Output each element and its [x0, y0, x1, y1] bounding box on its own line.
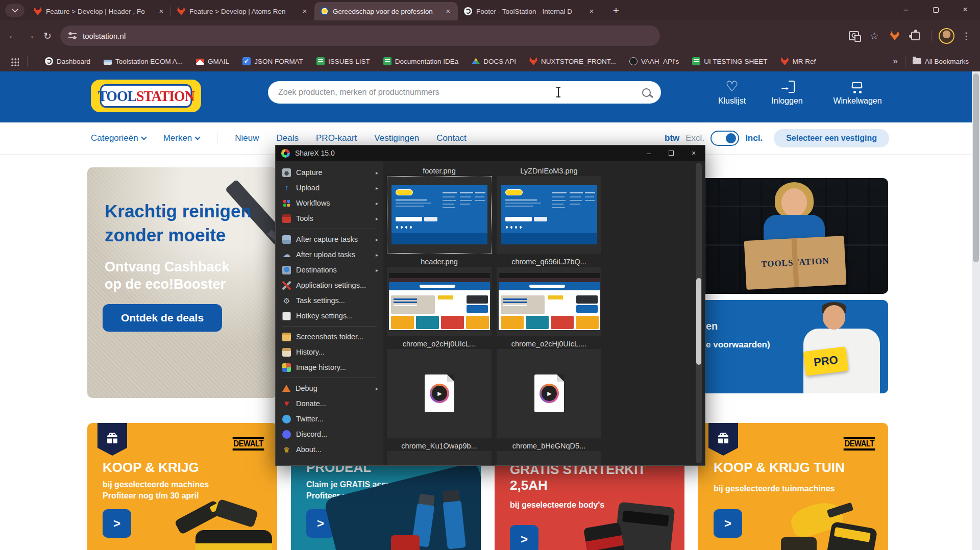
- sharex-menu-item[interactable]: Tools ▸: [276, 211, 383, 226]
- file-thumbnail[interactable]: chrome_Ku1Owap9b... ▶: [386, 441, 492, 465]
- file-preview[interactable]: [497, 267, 601, 336]
- file-preview[interactable]: ▶: [387, 451, 492, 465]
- bookmark-item[interactable]: NUXTSTORE_FRONT...: [529, 57, 616, 65]
- nav-new[interactable]: Nieuw: [235, 133, 259, 143]
- sharex-menu-item[interactable]: ↑ Upload ▸: [276, 180, 383, 195]
- sharex-menu-item[interactable]: Debug ▸: [276, 381, 383, 396]
- tab[interactable]: Gereedschap voor de profession ×: [314, 2, 458, 20]
- sharex-menu-item[interactable]: Application settings...: [276, 278, 383, 293]
- promo-banner[interactable]: DEWALT KOOP & KRIJG TUIN bij geselecteer…: [698, 423, 888, 550]
- tab-close-icon[interactable]: ×: [444, 7, 453, 16]
- cart-button[interactable]: Winkelwagen: [829, 80, 886, 106]
- profile-avatar[interactable]: [939, 28, 954, 44]
- tab[interactable]: Feature > Develop | Atoms Ren ×: [171, 2, 314, 20]
- sharex-close-button[interactable]: ×: [682, 145, 705, 161]
- file-preview[interactable]: ▶: [387, 349, 492, 438]
- banner-cta-button[interactable]: >: [714, 509, 742, 538]
- vat-toggle[interactable]: [710, 131, 739, 146]
- file-preview[interactable]: [387, 267, 492, 336]
- nav-categories[interactable]: Categorieën: [91, 133, 146, 143]
- window-maximize-button[interactable]: [921, 0, 950, 19]
- sharex-menu-item[interactable]: ♥ Donate...: [276, 396, 383, 411]
- back-button[interactable]: ←: [4, 27, 21, 44]
- pro-promo-card[interactable]: en e voorwaarden) PRO: [698, 300, 888, 393]
- select-store-button[interactable]: Selecteer een vestiging: [774, 129, 889, 147]
- file-thumbnail[interactable]: chrome_o2cHj0UIcL.... ▶: [496, 339, 602, 438]
- sharex-menu-item[interactable]: Destinations ▸: [276, 262, 383, 278]
- sharex-minimize-button[interactable]: –: [638, 145, 660, 161]
- apps-grid-icon[interactable]: [10, 57, 19, 66]
- bookmark-item[interactable]: DOCS API: [472, 58, 516, 65]
- reload-button[interactable]: ↻: [39, 27, 56, 44]
- sharex-menu-item[interactable]: Image history...: [276, 360, 383, 375]
- login-button[interactable]: → Inloggen: [767, 80, 807, 106]
- toolstation-logo[interactable]: TOOLSTATION: [91, 80, 201, 112]
- nav-brands[interactable]: Merken: [163, 133, 200, 143]
- site-settings-icon[interactable]: [68, 32, 77, 39]
- nav-deals[interactable]: Deals: [277, 133, 299, 143]
- file-thumbnail[interactable]: chrome_q696iLJ7bQ...: [496, 257, 602, 336]
- sharex-menu-item[interactable]: ♛ About...: [276, 442, 383, 457]
- sharex-window[interactable]: ShareX 15.0 – × Capture ▸ ↑ Upload ▸ Wor…: [275, 145, 705, 466]
- nav-stores[interactable]: Vestigingen: [374, 133, 419, 143]
- page-scrollbar[interactable]: [972, 71, 980, 550]
- sharex-menu-item[interactable]: Twitter...: [276, 411, 383, 427]
- bookmark-item[interactable]: UI TESTING SHEET: [692, 57, 767, 65]
- sharex-menu-item[interactable]: ⚙ Task settings...: [276, 293, 383, 308]
- translate-button[interactable]: G: [845, 27, 863, 44]
- file-preview[interactable]: [387, 176, 492, 254]
- bookmark-item[interactable]: ✓ JSON FORMAT: [242, 57, 303, 65]
- bookmark-item[interactable]: MR Ref: [780, 57, 816, 65]
- new-tab-button[interactable]: +: [608, 4, 624, 19]
- browser-menu-button[interactable]: ⋮: [958, 27, 975, 44]
- tab[interactable]: Feature > Develop | Header , Fo ×: [28, 2, 171, 20]
- nav-pro-card[interactable]: PRO-kaart: [316, 133, 357, 143]
- page-scroll-thumb[interactable]: [973, 73, 979, 262]
- sharex-titlebar[interactable]: ShareX 15.0 – ×: [276, 145, 705, 161]
- file-preview[interactable]: ▶: [497, 349, 601, 438]
- sharex-menu-item[interactable]: Hotkey settings...: [276, 308, 383, 323]
- bookmark-item[interactable]: GMAIL: [196, 58, 229, 65]
- search-bar[interactable]: [268, 81, 661, 104]
- tab-search-button[interactable]: [5, 4, 24, 17]
- forward-button[interactable]: →: [21, 27, 39, 44]
- sharex-menu-item[interactable]: Discord...: [276, 427, 383, 442]
- file-thumbnail[interactable]: header.png: [386, 257, 492, 336]
- promo-banner[interactable]: DEWALT KOOP & KRIJG bij geselecteerde ma…: [87, 423, 277, 550]
- bookmark-star-button[interactable]: ☆: [866, 27, 883, 44]
- sharex-menu-item[interactable]: Screenshots folder...: [276, 329, 383, 344]
- tab-close-icon[interactable]: ×: [300, 7, 309, 16]
- hero-cta-button[interactable]: Ontdek de deals: [103, 304, 222, 332]
- tab[interactable]: Footer - ToolStation - Internal D ×: [458, 2, 601, 20]
- file-thumbnail[interactable]: LyZDnIEoM3.png: [496, 166, 602, 254]
- sharex-scrollbar[interactable]: [696, 163, 702, 463]
- nav-contact[interactable]: Contact: [436, 133, 467, 143]
- hero-banner[interactable]: Krachtig reinigenzonder moeite Ontvang C…: [87, 167, 277, 398]
- wishlist-button[interactable]: ♡ Kluslijst: [714, 80, 750, 106]
- tab-close-icon[interactable]: ×: [157, 7, 166, 16]
- extension-gitlab-button[interactable]: [886, 27, 903, 44]
- search-icon[interactable]: [642, 88, 651, 97]
- sharex-maximize-button[interactable]: [660, 145, 682, 161]
- sharex-menu-item[interactable]: History...: [276, 344, 383, 360]
- window-close-button[interactable]: ×: [950, 0, 980, 19]
- address-bar[interactable]: toolstation.nl: [60, 26, 660, 46]
- bookmark-item[interactable]: ISSUES LIST: [316, 57, 370, 65]
- window-minimize-button[interactable]: –: [891, 0, 921, 19]
- bookmarks-overflow-button[interactable]: »: [893, 56, 897, 66]
- sharex-scroll-thumb[interactable]: [696, 278, 701, 365]
- sharex-menu-item[interactable]: After capture tasks ▸: [276, 232, 383, 247]
- tab-close-icon[interactable]: ×: [587, 7, 596, 16]
- warehouse-photo-card[interactable]: TOOLSTATION: [698, 178, 888, 294]
- banner-cta-button[interactable]: >: [510, 525, 538, 550]
- file-thumbnail[interactable]: chrome_bHeGNqD5... ▶: [496, 441, 602, 465]
- extensions-button[interactable]: [906, 27, 924, 44]
- bookmark-item[interactable]: VAAH_API's: [629, 57, 679, 65]
- sharex-menu-item[interactable]: ☁ After upload tasks ▸: [276, 247, 383, 262]
- banner-cta-button[interactable]: >: [103, 509, 131, 538]
- bookmark-item[interactable]: Dashboard: [45, 57, 90, 65]
- file-thumbnail[interactable]: chrome_o2cHj0UIcL... ▶: [386, 339, 492, 438]
- file-preview[interactable]: ▶: [497, 451, 601, 465]
- search-input[interactable]: [278, 88, 642, 97]
- sharex-menu-item[interactable]: Workflows ▸: [276, 195, 383, 211]
